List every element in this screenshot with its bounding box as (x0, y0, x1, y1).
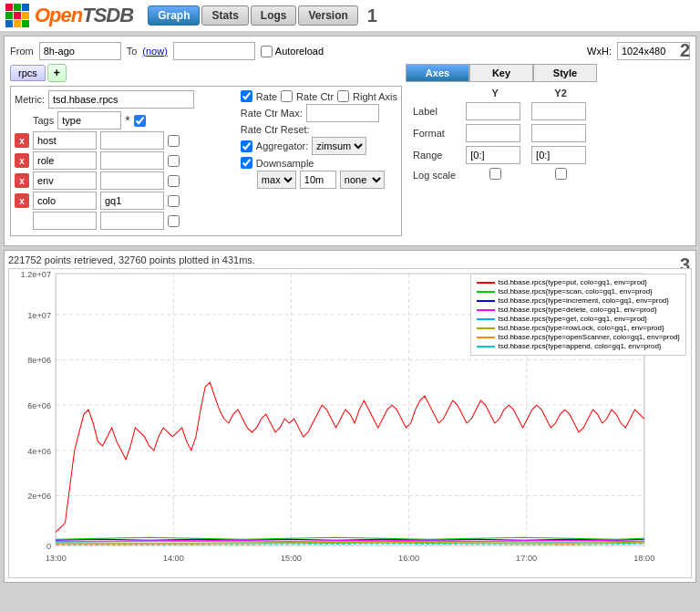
y-range-input[interactable] (466, 146, 520, 164)
aggregator-checkbox[interactable] (241, 140, 252, 152)
tag-key-role[interactable] (33, 151, 97, 170)
tag-val-colo[interactable] (100, 192, 164, 210)
nav-stats[interactable]: Stats (201, 5, 248, 26)
svg-text:17:00: 17:00 (516, 554, 537, 563)
tag-row-role: x (15, 151, 194, 170)
tag-key-colo[interactable] (33, 192, 97, 210)
tag-remove-env[interactable]: x (15, 173, 29, 188)
y-logscale-checkbox[interactable] (489, 168, 501, 180)
main-left: rpcs + Metric: (10, 64, 402, 240)
axes-format-cell: Format (409, 122, 462, 144)
axes-panel: Axes Key Style Y Y2 Label (406, 64, 597, 240)
right-axis-checkbox[interactable] (337, 90, 349, 102)
logo-open: Open (35, 4, 82, 26)
legend-label-put: tsd.hbase.rpcs{type=put, colo=gq1, env=p… (499, 278, 647, 286)
autoreload-checkbox[interactable] (261, 46, 273, 57)
tags-header-row: Tags * (15, 111, 194, 130)
tag-key-empty[interactable] (33, 212, 97, 230)
rate-ctr-checkbox[interactable] (281, 90, 293, 102)
axes-logscale-cell: Log scale (409, 166, 462, 183)
logo-cell (14, 12, 21, 19)
two-col-layout: rpcs + Metric: (10, 64, 690, 240)
downsample-interp-select[interactable]: none linear (340, 171, 385, 189)
tag-check-type[interactable] (134, 115, 146, 127)
tag-val-empty[interactable] (100, 212, 164, 230)
tag-key-env[interactable] (33, 171, 97, 190)
nav-logs[interactable]: Logs (251, 5, 297, 26)
svg-text:1.2e+07: 1.2e+07 (21, 270, 52, 279)
tag-remove-host[interactable]: x (15, 133, 29, 148)
tag-val-env[interactable] (100, 171, 164, 190)
svg-text:6e+06: 6e+06 (27, 401, 51, 410)
metric-row: Metric: (15, 90, 194, 109)
logo-cell (5, 12, 13, 19)
y2-col-header: Y2 (528, 86, 593, 100)
tab-style[interactable]: Style (533, 64, 597, 82)
legend-item-append: tsd.hbase.rpcs{type=append, colo=gq1, en… (477, 342, 680, 350)
legend-line-delete (477, 309, 495, 311)
to-input[interactable] (173, 42, 255, 60)
add-metric-tab[interactable]: + (47, 64, 67, 82)
now-link[interactable]: (now) (142, 46, 168, 57)
axes-tab-row: Axes Key Style (406, 64, 597, 82)
header-badge: 1 (367, 5, 377, 26)
chart-legend: tsd.hbase.rpcs{type=put, colo=gq1, env=p… (470, 274, 686, 356)
nav-graph[interactable]: Graph (148, 5, 200, 26)
y2-format-input[interactable] (531, 124, 586, 142)
svg-text:16:00: 16:00 (398, 554, 419, 563)
rate-ctr-max-row: Rate Ctr Max: (241, 104, 397, 122)
tag-check-role[interactable] (168, 155, 180, 167)
wxh-label: WxH: (587, 46, 612, 57)
tag-check-colo[interactable] (168, 195, 180, 207)
from-input[interactable] (39, 42, 121, 60)
rate-checkbox[interactable] (241, 90, 252, 102)
y2-logscale-checkbox[interactable] (555, 168, 567, 180)
y2-range-input[interactable] (531, 146, 586, 164)
tag-key-type[interactable] (57, 111, 121, 130)
tag-check-host[interactable] (168, 135, 180, 147)
metric-tab-row: rpcs + (10, 64, 402, 82)
tag-key-host[interactable] (33, 131, 97, 150)
legend-label-scan: tsd.hbase.rpcs{type=scan, colo=gq1, env=… (499, 287, 653, 296)
downsample-label: Downsample (256, 158, 314, 169)
rate-ctr-reset-label: Rate Ctr Reset: (241, 124, 310, 135)
tag-check-empty[interactable] (168, 215, 180, 227)
logo-cell (5, 4, 13, 11)
legend-label-delete: tsd.hbase.rpcs{type=delete, colo=gq1, en… (499, 306, 657, 314)
tag-val-role[interactable] (100, 151, 164, 170)
y-format-input[interactable] (466, 124, 520, 142)
legend-label-get: tsd.hbase.rpcs{type=get, colo=gq1, env=p… (499, 315, 647, 323)
graph-section: 3 221752 points retrieved, 32760 points … (4, 250, 696, 583)
nav-version[interactable]: Version (298, 5, 357, 26)
metric-tab-rpcs[interactable]: rpcs (10, 65, 46, 81)
downsample-func-select[interactable]: max min avg sum (257, 171, 296, 189)
logo-cell (22, 12, 29, 19)
downsample-checkbox[interactable] (241, 157, 252, 169)
tag-remove-colo[interactable]: x (15, 193, 29, 208)
tag-check-env[interactable] (168, 175, 180, 187)
tag-val-host[interactable] (100, 131, 164, 150)
tag-row-env: x (15, 171, 194, 190)
legend-label-rowlock: tsd.hbase.rpcs{type=rowLock, colo=gq1, e… (499, 324, 664, 332)
tab-axes[interactable]: Axes (406, 64, 469, 82)
tag-row-host: x (15, 131, 194, 150)
rate-ctr-max-input[interactable] (306, 104, 379, 122)
metric-input[interactable] (48, 90, 194, 109)
to-label: To (127, 46, 138, 57)
tag-remove-role[interactable]: x (15, 153, 29, 168)
svg-text:4e+06: 4e+06 (27, 447, 51, 456)
rate-ctr-max-label: Rate Ctr Max: (241, 108, 303, 119)
axes-content: Y Y2 Label Format (406, 82, 597, 187)
downsample-interval-input[interactable] (300, 171, 336, 189)
downsample-row: Downsample (241, 157, 397, 169)
chart-container: 1.2e+07 1e+07 8e+06 6e+06 4e+06 2e+06 0 … (8, 268, 692, 578)
tab-key[interactable]: Key (469, 64, 533, 82)
logo-cell (14, 4, 21, 11)
aggregator-row: Aggregator: zimsum sum avg max min (241, 137, 397, 155)
svg-text:18:00: 18:00 (633, 554, 654, 563)
y-label-input[interactable] (466, 102, 520, 120)
legend-line-increment (477, 300, 495, 302)
aggregator-select[interactable]: zimsum sum avg max min (312, 137, 366, 155)
y2-label-input[interactable] (531, 102, 586, 120)
svg-text:13:00: 13:00 (46, 554, 67, 563)
